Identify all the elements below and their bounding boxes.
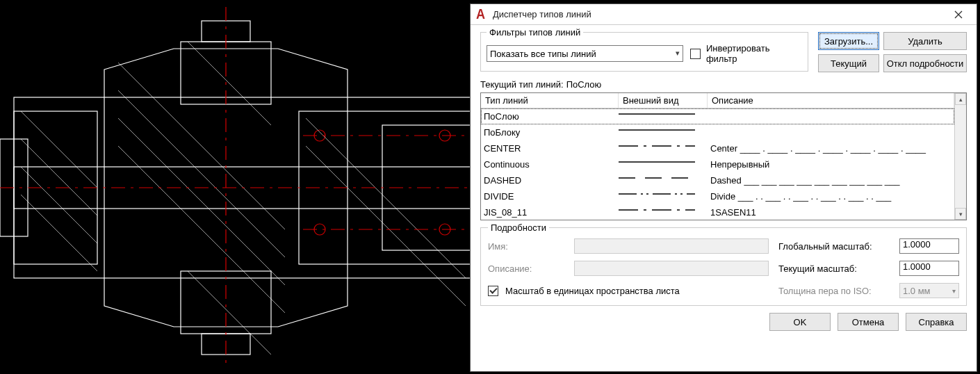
dialog-title: Диспетчер типов линий xyxy=(493,9,945,19)
row-name: ПоБлоку xyxy=(481,127,619,138)
help-button[interactable]: Справка xyxy=(906,313,967,331)
row-appearance xyxy=(619,158,708,172)
name-input xyxy=(574,238,769,254)
table-row[interactable]: DIVIDEDivide ___ . . ___ . . ___ . . ___… xyxy=(481,188,954,204)
load-button[interactable]: Загрузить... xyxy=(818,32,879,50)
svg-line-22 xyxy=(118,146,285,313)
svg-line-16 xyxy=(21,139,97,216)
delete-button[interactable]: Удалить xyxy=(883,32,967,50)
current-linetype-label-row: Текущий тип линий: ПоСлою xyxy=(480,79,967,90)
row-appearance xyxy=(619,190,708,204)
svg-line-25 xyxy=(188,42,271,125)
linetype-table: Тип линий Внешний вид Описание ПоСлоюПоБ… xyxy=(480,92,967,220)
row-appearance xyxy=(619,110,708,124)
svg-line-23 xyxy=(306,118,466,278)
filter-select-value: Показать все типы линий xyxy=(490,49,596,59)
table-row[interactable]: ПоБлоку xyxy=(481,124,954,140)
details-off-button[interactable]: Откл подробности xyxy=(883,54,967,72)
row-name: DIVIDE xyxy=(481,191,619,202)
svg-line-18 xyxy=(21,195,97,271)
linetype-manager-dialog: A Диспетчер типов линий Фильтры типов ли… xyxy=(470,3,977,372)
global-scale-input[interactable]: 1.0000 xyxy=(899,238,959,254)
row-appearance xyxy=(619,142,708,156)
row-name: CENTER xyxy=(481,143,619,154)
svg-line-21 xyxy=(118,118,285,285)
row-description: Divide ___ . . ___ . . ___ . . ___ . . _… xyxy=(708,191,954,202)
table-header: Тип линий Внешний вид Описание xyxy=(481,93,954,108)
autocad-icon: A xyxy=(476,9,486,20)
scroll-track[interactable] xyxy=(955,105,966,208)
cancel-button[interactable]: Отмена xyxy=(838,313,899,331)
current-scale-label: Текущий масштаб: xyxy=(778,263,890,274)
scroll-up-icon[interactable]: ▴ xyxy=(955,93,966,105)
scroll-down-icon[interactable]: ▾ xyxy=(955,208,966,220)
th-type[interactable]: Тип линий xyxy=(481,93,619,108)
iso-pen-combo: 1.0 мм ▾ xyxy=(899,283,959,298)
row-name: Continuous xyxy=(481,159,619,170)
row-appearance xyxy=(619,174,708,188)
svg-line-20 xyxy=(118,90,285,257)
details-fieldset: Подробности Имя: Глобальный масштаб: 1.0… xyxy=(480,227,967,306)
checkbox-icon xyxy=(488,286,498,296)
close-icon[interactable] xyxy=(945,5,972,24)
chevron-down-icon: ▾ xyxy=(952,287,956,295)
vertical-scrollbar[interactable]: ▴ ▾ xyxy=(954,93,966,220)
row-name: DASHED xyxy=(481,175,619,186)
name-label: Имя: xyxy=(488,241,564,252)
svg-line-24 xyxy=(306,146,466,306)
row-name: ПоСлою xyxy=(481,111,619,122)
svg-line-17 xyxy=(21,167,97,243)
svg-line-19 xyxy=(118,63,285,229)
svg-line-26 xyxy=(188,271,271,355)
chevron-down-icon: ▾ xyxy=(676,49,680,58)
filters-legend: Фильтры типов линий xyxy=(487,27,583,38)
paperspace-scale-checkbox[interactable]: Масштаб в единицах пространства листа xyxy=(488,286,680,296)
row-description: Center ____ . ____ . ____ . ____ . ____ … xyxy=(708,143,954,154)
footer-buttons: OK Отмена Справка xyxy=(480,306,967,331)
global-scale-label: Глобальный масштаб: xyxy=(778,241,890,252)
filter-select[interactable]: Показать все типы линий ▾ xyxy=(487,45,683,62)
table-row[interactable]: CENTERCenter ____ . ____ . ____ . ____ .… xyxy=(481,140,954,156)
row-description: Непрерывный xyxy=(708,159,954,170)
invert-filter-checkbox[interactable]: Инвертировать фильтр xyxy=(690,43,801,64)
description-input xyxy=(574,261,769,276)
current-scale-input[interactable]: 1.0000 xyxy=(899,261,959,276)
row-appearance xyxy=(619,126,708,140)
th-appearance[interactable]: Внешний вид xyxy=(619,93,708,108)
th-description[interactable]: Описание xyxy=(708,93,954,108)
table-row[interactable]: ПоСлою xyxy=(481,108,954,124)
row-description: 1SASEN11 xyxy=(708,207,954,218)
description-label: Описание: xyxy=(488,263,564,274)
table-row[interactable]: ContinuousНепрерывный xyxy=(481,156,954,172)
filters-fieldset: Фильтры типов линий Показать все типы ли… xyxy=(480,32,808,72)
row-description: Dashed ___ ___ ___ ___ ___ ___ ___ ___ _… xyxy=(708,175,954,186)
svg-line-15 xyxy=(21,111,97,188)
current-button[interactable]: Текущий xyxy=(818,54,879,72)
details-legend: Подробности xyxy=(488,222,549,233)
row-appearance xyxy=(619,206,708,220)
checkbox-icon xyxy=(690,49,701,59)
iso-pen-label: Толщина пера по ISO: xyxy=(778,286,890,296)
titlebar: A Диспетчер типов линий xyxy=(471,4,977,25)
ok-button[interactable]: OK xyxy=(769,313,831,331)
table-row[interactable]: DASHEDDashed ___ ___ ___ ___ ___ ___ ___… xyxy=(481,172,954,188)
table-row[interactable]: JIS_08_111SASEN11 xyxy=(481,204,954,220)
row-name: JIS_08_11 xyxy=(481,207,619,218)
